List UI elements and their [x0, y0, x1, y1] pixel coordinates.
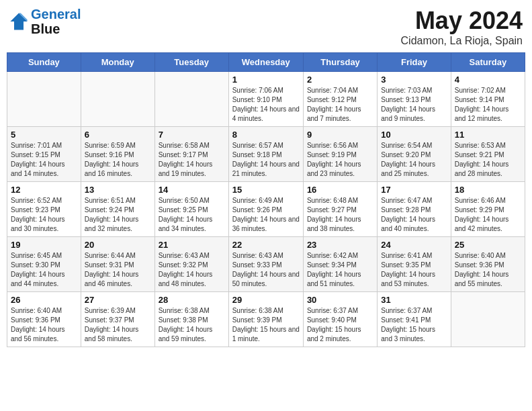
calendar-cell: [154, 72, 228, 127]
day-info: Sunrise: 6:43 AM Sunset: 9:33 PM Dayligh…: [232, 251, 300, 289]
logo-text-line1: General: [31, 7, 81, 21]
day-number: 28: [159, 295, 225, 305]
calendar-cell: 18Sunrise: 6:46 AM Sunset: 9:29 PM Dayli…: [451, 182, 525, 237]
day-info: Sunrise: 7:06 AM Sunset: 9:10 PM Dayligh…: [232, 86, 300, 124]
calendar-cell: 5Sunrise: 7:01 AM Sunset: 9:15 PM Daylig…: [7, 127, 81, 182]
day-number: 30: [307, 295, 373, 305]
day-info: Sunrise: 6:42 AM Sunset: 9:34 PM Dayligh…: [307, 251, 373, 289]
calendar-cell: 21Sunrise: 6:43 AM Sunset: 9:32 PM Dayli…: [154, 237, 228, 292]
calendar-cell: 14Sunrise: 6:50 AM Sunset: 9:25 PM Dayli…: [154, 182, 228, 237]
calendar-cell: 29Sunrise: 6:38 AM Sunset: 9:39 PM Dayli…: [228, 292, 303, 347]
calendar-cell: 2Sunrise: 7:04 AM Sunset: 9:12 PM Daylig…: [303, 72, 377, 127]
calendar-cell: 24Sunrise: 6:41 AM Sunset: 9:35 PM Dayli…: [378, 237, 451, 292]
calendar-week-row: 19Sunrise: 6:45 AM Sunset: 9:30 PM Dayli…: [7, 237, 525, 292]
day-info: Sunrise: 6:56 AM Sunset: 9:19 PM Dayligh…: [307, 141, 373, 179]
calendar-cell: [81, 72, 154, 127]
day-info: Sunrise: 6:59 AM Sunset: 9:16 PM Dayligh…: [85, 141, 151, 179]
calendar-cell: 23Sunrise: 6:42 AM Sunset: 9:34 PM Dayli…: [303, 237, 377, 292]
weekday-header-tuesday: Tuesday: [154, 53, 228, 72]
calendar-cell: 15Sunrise: 6:49 AM Sunset: 9:26 PM Dayli…: [228, 182, 303, 237]
svg-marker-0: [10, 13, 27, 30]
logo-text-line2: Blue: [31, 21, 81, 36]
day-info: Sunrise: 6:53 AM Sunset: 9:21 PM Dayligh…: [455, 141, 521, 179]
calendar-cell: 12Sunrise: 6:52 AM Sunset: 9:23 PM Dayli…: [7, 182, 81, 237]
day-number: 13: [85, 185, 151, 195]
calendar-cell: 26Sunrise: 6:40 AM Sunset: 9:36 PM Dayli…: [7, 292, 81, 347]
calendar-cell: 13Sunrise: 6:51 AM Sunset: 9:24 PM Dayli…: [81, 182, 154, 237]
day-info: Sunrise: 7:02 AM Sunset: 9:14 PM Dayligh…: [455, 86, 521, 124]
weekday-header-thursday: Thursday: [303, 53, 377, 72]
day-number: 22: [232, 240, 300, 250]
day-number: 5: [11, 130, 77, 140]
calendar-cell: 25Sunrise: 6:40 AM Sunset: 9:36 PM Dayli…: [451, 237, 525, 292]
day-number: 31: [381, 295, 447, 305]
calendar-cell: 4Sunrise: 7:02 AM Sunset: 9:14 PM Daylig…: [451, 72, 525, 127]
day-info: Sunrise: 6:37 AM Sunset: 9:40 PM Dayligh…: [307, 306, 373, 344]
calendar-week-row: 1Sunrise: 7:06 AM Sunset: 9:10 PM Daylig…: [7, 72, 525, 127]
month-title: May 2024: [401, 7, 523, 35]
day-number: 18: [455, 185, 521, 195]
calendar-cell: 22Sunrise: 6:43 AM Sunset: 9:33 PM Dayli…: [228, 237, 303, 292]
day-info: Sunrise: 6:38 AM Sunset: 9:38 PM Dayligh…: [159, 306, 225, 344]
day-info: Sunrise: 6:39 AM Sunset: 9:37 PM Dayligh…: [85, 306, 151, 344]
calendar-week-row: 12Sunrise: 6:52 AM Sunset: 9:23 PM Dayli…: [7, 182, 525, 237]
day-number: 23: [307, 240, 373, 250]
day-info: Sunrise: 6:46 AM Sunset: 9:29 PM Dayligh…: [455, 196, 521, 234]
calendar-cell: 3Sunrise: 7:03 AM Sunset: 9:13 PM Daylig…: [378, 72, 451, 127]
day-info: Sunrise: 6:40 AM Sunset: 9:36 PM Dayligh…: [455, 251, 521, 289]
day-info: Sunrise: 6:50 AM Sunset: 9:25 PM Dayligh…: [159, 196, 225, 234]
day-number: 17: [381, 185, 447, 195]
day-info: Sunrise: 7:04 AM Sunset: 9:12 PM Dayligh…: [307, 86, 373, 124]
day-number: 6: [85, 130, 151, 140]
day-info: Sunrise: 6:45 AM Sunset: 9:30 PM Dayligh…: [11, 251, 77, 289]
calendar-cell: 31Sunrise: 6:37 AM Sunset: 9:41 PM Dayli…: [378, 292, 451, 347]
page-header: General Blue May 2024 Cidamon, La Rioja,…: [7, 7, 525, 47]
day-number: 1: [232, 75, 300, 85]
day-info: Sunrise: 6:54 AM Sunset: 9:20 PM Dayligh…: [381, 141, 447, 179]
day-number: 10: [381, 130, 447, 140]
calendar-cell: 9Sunrise: 6:56 AM Sunset: 9:19 PM Daylig…: [303, 127, 377, 182]
day-info: Sunrise: 6:51 AM Sunset: 9:24 PM Dayligh…: [85, 196, 151, 234]
calendar-week-row: 26Sunrise: 6:40 AM Sunset: 9:36 PM Dayli…: [7, 292, 525, 347]
day-number: 24: [381, 240, 447, 250]
day-number: 2: [307, 75, 373, 85]
weekday-header-row: SundayMondayTuesdayWednesdayThursdayFrid…: [7, 53, 525, 72]
day-info: Sunrise: 6:49 AM Sunset: 9:26 PM Dayligh…: [232, 196, 300, 234]
calendar-cell: 19Sunrise: 6:45 AM Sunset: 9:30 PM Dayli…: [7, 237, 81, 292]
calendar-week-row: 5Sunrise: 7:01 AM Sunset: 9:15 PM Daylig…: [7, 127, 525, 182]
calendar-cell: 28Sunrise: 6:38 AM Sunset: 9:38 PM Dayli…: [154, 292, 228, 347]
day-number: 9: [307, 130, 373, 140]
calendar-cell: [7, 72, 81, 127]
location: Cidamon, La Rioja, Spain: [401, 35, 523, 47]
day-info: Sunrise: 6:41 AM Sunset: 9:35 PM Dayligh…: [381, 251, 447, 289]
logo: General Blue: [9, 7, 81, 36]
day-number: 8: [232, 130, 300, 140]
calendar-cell: 17Sunrise: 6:47 AM Sunset: 9:28 PM Dayli…: [378, 182, 451, 237]
calendar-cell: 1Sunrise: 7:06 AM Sunset: 9:10 PM Daylig…: [228, 72, 303, 127]
day-info: Sunrise: 6:38 AM Sunset: 9:39 PM Dayligh…: [232, 306, 300, 344]
day-info: Sunrise: 7:01 AM Sunset: 9:15 PM Dayligh…: [11, 141, 77, 179]
day-number: 7: [159, 130, 225, 140]
day-number: 14: [159, 185, 225, 195]
calendar-cell: 6Sunrise: 6:59 AM Sunset: 9:16 PM Daylig…: [81, 127, 154, 182]
day-info: Sunrise: 6:44 AM Sunset: 9:31 PM Dayligh…: [85, 251, 151, 289]
day-info: Sunrise: 6:47 AM Sunset: 9:28 PM Dayligh…: [381, 196, 447, 234]
weekday-header-wednesday: Wednesday: [228, 53, 303, 72]
calendar-cell: 7Sunrise: 6:58 AM Sunset: 9:17 PM Daylig…: [154, 127, 228, 182]
day-number: 11: [455, 130, 521, 140]
day-number: 21: [159, 240, 225, 250]
day-number: 20: [85, 240, 151, 250]
weekday-header-friday: Friday: [378, 53, 451, 72]
title-block: May 2024 Cidamon, La Rioja, Spain: [401, 7, 523, 47]
calendar-cell: 20Sunrise: 6:44 AM Sunset: 9:31 PM Dayli…: [81, 237, 154, 292]
day-number: 3: [381, 75, 447, 85]
day-number: 26: [11, 295, 77, 305]
calendar-cell: 10Sunrise: 6:54 AM Sunset: 9:20 PM Dayli…: [378, 127, 451, 182]
calendar-cell: 8Sunrise: 6:57 AM Sunset: 9:18 PM Daylig…: [228, 127, 303, 182]
weekday-header-saturday: Saturday: [451, 53, 525, 72]
day-info: Sunrise: 6:40 AM Sunset: 9:36 PM Dayligh…: [11, 306, 77, 344]
day-info: Sunrise: 6:37 AM Sunset: 9:41 PM Dayligh…: [381, 306, 447, 344]
calendar-cell: 30Sunrise: 6:37 AM Sunset: 9:40 PM Dayli…: [303, 292, 377, 347]
day-info: Sunrise: 7:03 AM Sunset: 9:13 PM Dayligh…: [381, 86, 447, 124]
day-info: Sunrise: 6:52 AM Sunset: 9:23 PM Dayligh…: [11, 196, 77, 234]
